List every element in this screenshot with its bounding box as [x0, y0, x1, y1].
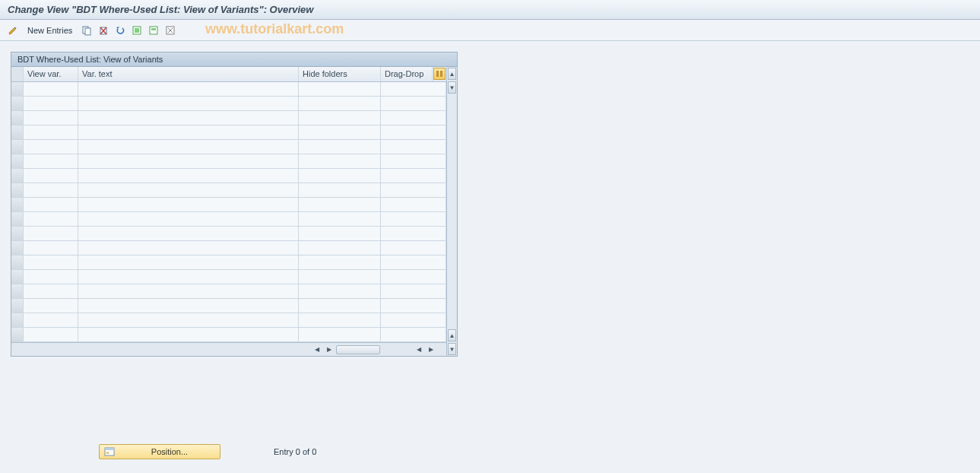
- cell-hide-folders[interactable]: [299, 256, 381, 269]
- table-row[interactable]: [11, 284, 446, 299]
- cell-view-var[interactable]: [24, 241, 78, 255]
- row-selector[interactable]: [11, 227, 24, 240]
- cell-hide-folders[interactable]: [299, 299, 381, 313]
- cell-drag-drop[interactable]: [381, 270, 446, 284]
- cell-view-var[interactable]: [24, 154, 78, 168]
- cell-var-text[interactable]: [78, 270, 299, 284]
- vscroll-down2-icon[interactable]: ▼: [448, 343, 456, 355]
- cell-view-var[interactable]: [24, 111, 78, 125]
- undo-icon[interactable]: [113, 24, 127, 37]
- row-selector[interactable]: [11, 328, 24, 341]
- cell-drag-drop[interactable]: [381, 256, 446, 269]
- vscroll-track[interactable]: [447, 94, 457, 329]
- row-selector[interactable]: [11, 313, 24, 327]
- position-button[interactable]: Position...: [99, 444, 220, 459]
- table-row[interactable]: [11, 241, 446, 256]
- cell-hide-folders[interactable]: [299, 284, 381, 298]
- cell-hide-folders[interactable]: [299, 241, 381, 255]
- table-row[interactable]: [11, 169, 446, 183]
- cell-hide-folders[interactable]: [299, 227, 381, 240]
- cell-hide-folders[interactable]: [299, 154, 381, 168]
- cell-drag-drop[interactable]: [381, 227, 446, 240]
- hscroll-left-icon[interactable]: ◀: [312, 344, 322, 355]
- cell-hide-folders[interactable]: [299, 97, 381, 110]
- cell-drag-drop[interactable]: [381, 284, 446, 298]
- cell-var-text[interactable]: [78, 299, 299, 313]
- copy-icon[interactable]: [80, 24, 94, 37]
- cell-var-text[interactable]: [78, 169, 299, 183]
- cell-var-text[interactable]: [78, 212, 299, 226]
- row-selector[interactable]: [11, 284, 24, 298]
- cell-var-text[interactable]: [78, 97, 299, 110]
- table-row[interactable]: [11, 82, 446, 97]
- cell-var-text[interactable]: [78, 227, 299, 240]
- table-row[interactable]: [11, 256, 446, 270]
- cell-view-var[interactable]: [24, 328, 78, 341]
- table-row[interactable]: [11, 198, 446, 212]
- cell-drag-drop[interactable]: [381, 140, 446, 154]
- cell-view-var[interactable]: [24, 299, 78, 313]
- table-row[interactable]: [11, 299, 446, 313]
- delete-icon[interactable]: [97, 24, 110, 37]
- table-row[interactable]: [11, 313, 446, 328]
- configure-columns-icon[interactable]: [433, 68, 446, 80]
- cell-view-var[interactable]: [24, 284, 78, 298]
- table-row[interactable]: [11, 111, 446, 125]
- cell-hide-folders[interactable]: [299, 198, 381, 211]
- cell-var-text[interactable]: [78, 313, 299, 327]
- row-selector[interactable]: [11, 125, 24, 139]
- hscroll-right-icon[interactable]: ▶: [324, 344, 335, 355]
- cell-view-var[interactable]: [24, 183, 78, 197]
- cell-var-text[interactable]: [78, 241, 299, 255]
- cell-var-text[interactable]: [78, 140, 299, 154]
- cell-var-text[interactable]: [78, 125, 299, 139]
- row-selector[interactable]: [11, 154, 24, 168]
- table-row[interactable]: [11, 154, 446, 169]
- hscroll-right2-icon[interactable]: ▶: [426, 344, 436, 355]
- cell-view-var[interactable]: [24, 313, 78, 327]
- cell-var-text[interactable]: [78, 284, 299, 298]
- cell-view-var[interactable]: [24, 140, 78, 154]
- cell-hide-folders[interactable]: [299, 111, 381, 125]
- row-selector[interactable]: [11, 270, 24, 284]
- cell-hide-folders[interactable]: [299, 270, 381, 284]
- cell-drag-drop[interactable]: [381, 82, 446, 96]
- cell-drag-drop[interactable]: [381, 198, 446, 211]
- cell-hide-folders[interactable]: [299, 183, 381, 197]
- cell-var-text[interactable]: [78, 154, 299, 168]
- cell-hide-folders[interactable]: [299, 328, 381, 341]
- cell-view-var[interactable]: [24, 256, 78, 269]
- hscroll-left2-icon[interactable]: ◀: [414, 344, 424, 355]
- table-row[interactable]: [11, 212, 446, 227]
- row-selector[interactable]: [11, 198, 24, 211]
- cell-hide-folders[interactable]: [299, 82, 381, 96]
- cell-drag-drop[interactable]: [381, 169, 446, 183]
- toggle-change-icon[interactable]: [6, 24, 20, 37]
- vscroll-down-icon[interactable]: ▼: [448, 81, 456, 94]
- cell-hide-folders[interactable]: [299, 313, 381, 327]
- hscroll-thumb[interactable]: [336, 345, 380, 354]
- row-selector[interactable]: [11, 97, 24, 110]
- cell-view-var[interactable]: [24, 125, 78, 139]
- cell-drag-drop[interactable]: [381, 328, 446, 341]
- table-row[interactable]: [11, 227, 446, 241]
- column-header-drag-drop[interactable]: Drag-Drop: [381, 67, 433, 81]
- column-header-var-text[interactable]: Var. text: [78, 67, 299, 81]
- row-selector-header[interactable]: [11, 67, 24, 81]
- row-selector[interactable]: [11, 140, 24, 154]
- deselect-all-icon[interactable]: [163, 24, 177, 37]
- vscroll-up2-icon[interactable]: ▲: [448, 329, 456, 341]
- cell-view-var[interactable]: [24, 82, 78, 96]
- cell-drag-drop[interactable]: [381, 97, 446, 110]
- row-selector[interactable]: [11, 111, 24, 125]
- cell-drag-drop[interactable]: [381, 111, 446, 125]
- cell-hide-folders[interactable]: [299, 212, 381, 226]
- cell-hide-folders[interactable]: [299, 125, 381, 139]
- vscroll-up-icon[interactable]: ▲: [448, 68, 456, 80]
- row-selector[interactable]: [11, 82, 24, 96]
- cell-view-var[interactable]: [24, 198, 78, 211]
- row-selector[interactable]: [11, 241, 24, 255]
- cell-view-var[interactable]: [24, 212, 78, 226]
- table-row[interactable]: [11, 140, 446, 154]
- new-entries-button[interactable]: New Entries: [23, 24, 77, 37]
